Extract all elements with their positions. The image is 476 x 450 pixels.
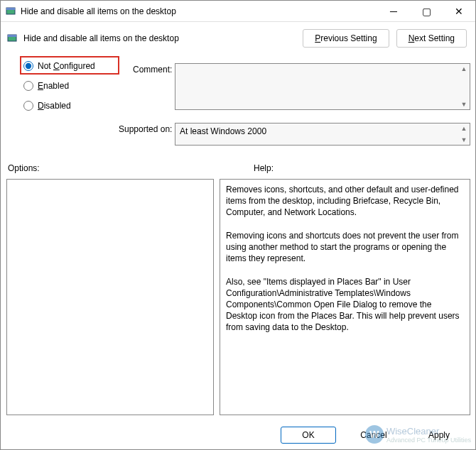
svg-rect-1	[6, 8, 15, 10]
header-title: Hide and disable all items on the deskto…	[23, 33, 296, 43]
cancel-button[interactable]: Cancel	[346, 427, 401, 443]
svg-rect-3	[8, 35, 16, 37]
scroll-up-icon[interactable]: ▲	[460, 124, 468, 133]
comment-label: Comment:	[133, 65, 172, 75]
previous-setting-button[interactable]: Previous Setting	[303, 29, 389, 48]
scroll-down-icon[interactable]: ▼	[460, 136, 468, 144]
ok-button[interactable]: OK	[281, 427, 336, 444]
scroll-up-icon[interactable]: ▲	[460, 65, 468, 73]
next-setting-button[interactable]: Next Setting	[396, 29, 467, 48]
policy-icon	[5, 6, 16, 17]
state-radios: Not Configured Enabled Disabled	[23, 61, 95, 111]
supported-label: Supported on:	[119, 124, 172, 134]
radio-disabled-input[interactable]	[23, 101, 33, 111]
maximize-button[interactable]: ▢	[410, 1, 443, 22]
comment-field[interactable]	[175, 63, 470, 110]
footer: OK Cancel Apply	[1, 421, 475, 449]
scroll-down-icon[interactable]: ▼	[460, 100, 468, 109]
titlebar: Hide and disable all items on the deskto…	[1, 1, 475, 22]
options-label: Options:	[8, 163, 40, 173]
close-button[interactable]: ✕	[443, 1, 475, 22]
minimize-button[interactable]: ─	[377, 1, 410, 22]
radio-not-configured[interactable]: Not Configured	[23, 61, 95, 71]
header: Hide and disable all items on the deskto…	[1, 22, 475, 48]
window-title: Hide and disable all items on the deskto…	[21, 6, 377, 16]
radio-not-configured-input[interactable]	[23, 61, 33, 71]
help-label: Help:	[254, 163, 274, 173]
apply-button[interactable]: Apply	[411, 427, 467, 443]
radio-disabled[interactable]: Disabled	[23, 101, 95, 111]
supported-field: At least Windows 2000	[175, 123, 470, 146]
options-panel	[6, 179, 214, 415]
radio-enabled[interactable]: Enabled	[23, 81, 95, 91]
policy-icon	[6, 33, 18, 44]
help-panel: Removes icons, shortcuts, and other defa…	[220, 179, 470, 415]
radio-enabled-input[interactable]	[23, 81, 33, 91]
